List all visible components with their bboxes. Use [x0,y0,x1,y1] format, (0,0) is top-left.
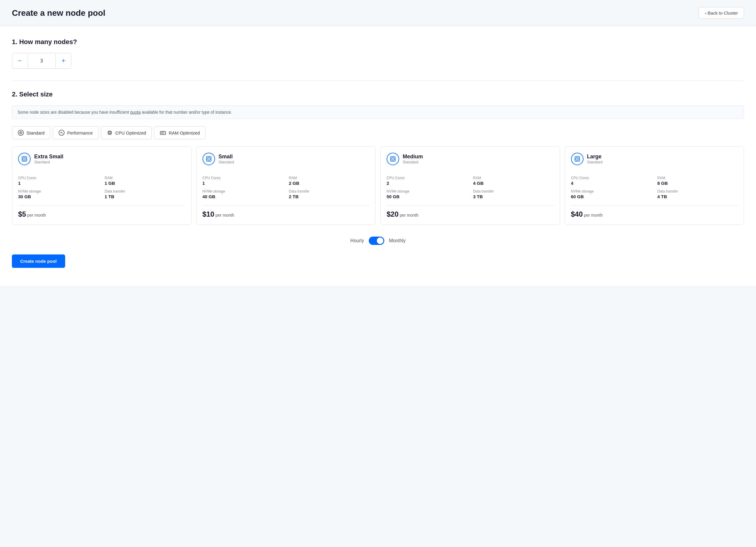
tab-performance-label: Performance [67,130,93,135]
card-type-small: Standard [219,160,234,164]
page-title: Create a new node pool [12,8,105,18]
spec-transfer-large: Data transfer 4 TB [657,189,738,199]
performance-icon [58,129,65,136]
specs-small: CPU Cores 1 RAM 2 GB NVMe storage 40 GB … [203,176,370,199]
increment-button[interactable]: + [56,53,71,68]
card-type-medium: Standard [403,160,423,164]
spec-transfer-xs: Data transfer 1 TB [105,189,185,199]
ram-icon [160,129,166,136]
price-divider-xs [18,205,185,205]
card-icon-extra-small [18,153,31,165]
spec-ram-medium: RAM 4 GB [473,176,554,186]
price-xs: $5 per month [18,210,185,218]
card-extra-small[interactable]: Extra Small Standard CPU Cores 1 RAM 1 G… [12,146,192,225]
card-icon-medium [387,153,399,165]
alert-text-before: Some node sizes are disabled because you… [18,110,130,115]
spec-ram-large: RAM 8 GB [657,176,738,186]
svg-rect-4 [108,131,111,134]
node-count-value: 3 [28,54,56,68]
spec-nvme-medium: NVMe storage 50 GB [387,189,467,199]
card-type-large: Standard [587,160,603,164]
card-medium[interactable]: Medium Standard CPU Cores 2 RAM 4 GB NVM… [380,146,560,225]
tab-ram[interactable]: RAM Optimized [154,126,206,139]
card-name-group-large: Large Standard [587,153,603,164]
create-node-pool-button[interactable]: Create node pool [12,254,65,268]
svg-rect-55 [576,157,579,160]
price-divider-large [571,205,738,205]
card-icon-small [203,153,215,165]
cpu-icon [106,129,113,136]
hourly-label: Hourly [350,238,364,243]
spec-transfer-medium: Data transfer 3 TB [473,189,554,199]
card-name-medium: Medium [403,153,423,160]
price-large: $40 per month [571,210,738,218]
specs-large: CPU Cores 4 RAM 8 GB NVMe storage 60 GB … [571,176,738,199]
alert-text-after: available for that number and/or type of… [141,110,232,115]
card-header-extra-small: Extra Small Standard [18,153,185,170]
card-name-large: Large [587,153,603,160]
decrement-button[interactable]: − [12,53,28,68]
specs-medium: CPU Cores 2 RAM 4 GB NVMe storage 50 GB … [387,176,554,199]
tab-cpu[interactable]: CPU Optimized [101,126,152,139]
node-count-stepper: − 3 + [12,53,71,69]
spec-cpu-small: CPU Cores 1 [203,176,283,186]
spec-cpu-label-xs: CPU Cores 1 [18,176,99,186]
spec-transfer-small: Data transfer 2 TB [289,189,369,199]
svg-rect-20 [164,132,164,134]
monthly-label: Monthly [389,238,406,243]
quota-alert: Some node sizes are disabled because you… [12,105,744,119]
card-name-group-medium: Medium Standard [403,153,423,164]
spec-nvme-small: NVMe storage 40 GB [203,189,283,199]
card-type-extra-small: Standard [34,160,63,164]
card-large[interactable]: Large Standard CPU Cores 4 RAM 8 GB NVMe… [565,146,744,225]
standard-icon [18,129,24,136]
svg-point-23 [24,158,25,159]
page-header: Create a new node pool ‹ Back to Cluster [0,0,756,26]
card-name-small: Small [219,153,234,160]
quota-link[interactable]: quota [130,110,141,115]
card-header-medium: Medium Standard [387,153,554,170]
size-section-title: 2. Select size [12,90,744,98]
svg-rect-18 [161,132,162,134]
tab-standard[interactable]: Standard [12,126,50,139]
svg-rect-22 [23,157,26,160]
card-header-large: Large Standard [571,153,738,170]
spec-nvme-large: NVMe storage 60 GB [571,189,652,199]
price-divider-medium [387,205,554,205]
card-name-group-small: Small Standard [219,153,234,164]
tab-standard-label: Standard [26,130,45,135]
tab-performance[interactable]: Performance [53,126,98,139]
back-to-cluster-button[interactable]: ‹ Back to Cluster [699,7,744,19]
card-small[interactable]: Small Standard CPU Cores 1 RAM 2 GB NVMe… [196,146,376,225]
spec-ram-small: RAM 2 GB [289,176,369,186]
svg-point-56 [577,158,578,159]
svg-point-45 [392,158,393,159]
size-tabs: Standard Performance [12,126,744,139]
svg-rect-33 [207,157,210,160]
tab-ram-label: RAM Optimized [169,130,200,135]
price-divider-small [203,205,370,205]
billing-toggle-group: Hourly Monthly [12,236,744,245]
svg-point-2 [21,132,21,133]
price-medium: $20 per month [387,210,554,218]
nodes-section-title: 1. How many nodes? [12,38,744,46]
svg-rect-5 [109,132,110,134]
card-icon-large [571,153,584,165]
spec-nvme-xs: NVMe storage 30 GB [18,189,99,199]
spec-ram-xs: RAM 1 GB [105,176,185,186]
billing-toggle[interactable] [369,236,384,245]
size-cards-grid: Extra Small Standard CPU Cores 1 RAM 1 G… [12,146,744,225]
svg-point-34 [208,158,209,159]
nodes-section: 1. How many nodes? − 3 + [12,38,744,69]
main-content: 1. How many nodes? − 3 + 2. Select size … [0,26,756,286]
card-name-group-extra-small: Extra Small Standard [34,153,63,164]
card-header-small: Small Standard [203,153,370,170]
svg-rect-44 [391,157,394,160]
specs-extra-small: CPU Cores 1 RAM 1 GB NVMe storage 30 GB … [18,176,185,199]
svg-rect-19 [162,132,163,134]
spec-cpu-medium: CPU Cores 2 [387,176,467,186]
spec-cpu-large: CPU Cores 4 [571,176,652,186]
size-section: 2. Select size Some node sizes are disab… [12,90,744,225]
toggle-thumb [377,237,383,244]
card-name-extra-small: Extra Small [34,153,63,160]
